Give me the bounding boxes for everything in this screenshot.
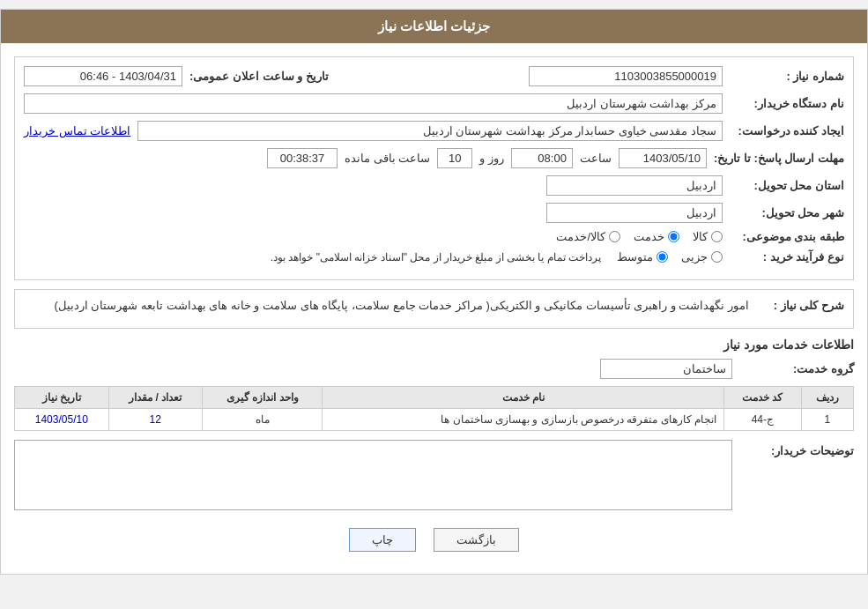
buyer-org-row: نام دستگاه خریدار: مرکز بهداشت شهرستان ا… xyxy=(24,93,844,114)
back-button[interactable]: بازگشت xyxy=(434,528,519,552)
group-label: گروه خدمت: xyxy=(739,362,854,375)
td-quantity: 12 xyxy=(108,409,202,431)
category-label-kala: کالا xyxy=(693,230,708,243)
deadline-time: 08:00 xyxy=(511,148,573,168)
th-row: ردیف xyxy=(801,387,853,409)
deadline-date: 1403/05/10 xyxy=(619,148,707,168)
category-radio-kala-khedmat[interactable] xyxy=(609,231,620,242)
print-button[interactable]: چاپ xyxy=(349,528,416,552)
description-title: شرح کلی نیاز : xyxy=(756,299,844,312)
table-header-row: ردیف کد خدمت نام خدمت واحد اندازه گیری ت… xyxy=(15,387,854,409)
process-label: نوع فرآیند خرید : xyxy=(730,250,844,264)
process-radio-motavasset[interactable] xyxy=(657,251,668,263)
group-row: گروه خدمت: ساختمان xyxy=(14,359,854,379)
buyer-desc-textarea[interactable] xyxy=(14,440,732,510)
deadline-row: مهلت ارسال پاسخ: تا تاریخ: 1403/05/10 سا… xyxy=(24,148,844,168)
city-row: شهر محل تحویل: اردبیل xyxy=(24,203,844,223)
page-title: جزئیات اطلاعات نیاز xyxy=(378,19,490,33)
page-header: جزئیات اطلاعات نیاز xyxy=(1,10,867,43)
category-radio-kala[interactable] xyxy=(711,231,723,242)
announce-value: 1403/04/31 - 06:46 xyxy=(24,66,182,86)
deadline-remaining: 00:38:37 xyxy=(267,148,338,168)
process-label-jozi: جزیی xyxy=(681,250,708,264)
contact-link[interactable]: اطلاعات تماس خریدار xyxy=(24,124,130,137)
category-option-khedmat: خدمت xyxy=(634,230,679,243)
buyer-desc-row: توضیحات خریدار: xyxy=(14,440,854,510)
category-radio-group: کالا خدمت کالا/خدمت xyxy=(556,230,723,243)
th-code: کد خدمت xyxy=(724,387,802,409)
deadline-day-label: روز و xyxy=(479,152,504,165)
th-unit: واحد اندازه گیری xyxy=(203,387,323,409)
announce-label: تاریخ و ساعت اعلان عمومی: xyxy=(189,70,329,83)
province-row: استان محل تحویل: اردبیل xyxy=(24,175,844,196)
deadline-label: مهلت ارسال پاسخ: تا تاریخ: xyxy=(714,152,844,165)
need-number-row: شماره نیاز : 1103003855000019 تاریخ و سا… xyxy=(24,66,844,86)
category-option-kala-khedmat: کالا/خدمت xyxy=(556,230,620,243)
city-value: اردبیل xyxy=(546,203,723,223)
info-section: شماره نیاز : 1103003855000019 تاریخ و سا… xyxy=(14,56,854,280)
city-label: شهر محل تحویل: xyxy=(730,206,844,219)
services-table: ردیف کد خدمت نام خدمت واحد اندازه گیری ت… xyxy=(14,386,854,431)
th-date: تاریخ نیاز xyxy=(15,387,109,409)
buyer-desc-section: توضیحات خریدار: xyxy=(14,440,854,510)
process-option-motavasset: متوسط xyxy=(617,250,668,264)
td-unit: ماه xyxy=(203,409,323,431)
category-label: طبقه بندی موضوعی: xyxy=(730,230,844,243)
creator-label: ایجاد کننده درخواست: xyxy=(730,124,844,137)
description-row: شرح کلی نیاز : امور نگهداشت و راهبری تأس… xyxy=(24,299,844,312)
need-number-label: شماره نیاز : xyxy=(730,70,844,83)
td-date: 1403/05/10 xyxy=(15,409,109,431)
category-row: طبقه بندی موضوعی: کالا خدمت کالا/خدمت xyxy=(24,230,844,243)
process-row: نوع فرآیند خرید : جزیی متوسط پرداخت تمام… xyxy=(24,250,844,264)
category-option-kala: کالا xyxy=(693,230,723,243)
buyer-org-label: نام دستگاه خریدار: xyxy=(730,97,844,110)
table-row: 1 ج-44 انجام کارهای متفرقه درخصوص بازساز… xyxy=(15,409,854,431)
td-code: ج-44 xyxy=(724,409,802,431)
description-value: امور نگهداشت و راهبری تأسیسات مکانیکی و … xyxy=(24,299,749,312)
button-row: بازگشت چاپ xyxy=(14,519,854,561)
process-label-motavasset: متوسط xyxy=(617,250,653,264)
province-label: استان محل تحویل: xyxy=(730,179,844,192)
td-name: انجام کارهای متفرقه درخصوص بازسازی و بهس… xyxy=(323,409,724,431)
services-title: اطلاعات خدمات مورد نیاز xyxy=(14,338,854,352)
buyer-desc-label: توضیحات خریدار: xyxy=(739,440,854,457)
process-radio-jozi[interactable] xyxy=(711,251,723,263)
th-quantity: تعداد / مقدار xyxy=(108,387,202,409)
services-section: اطلاعات خدمات مورد نیاز گروه خدمت: ساختم… xyxy=(14,338,854,431)
group-value: ساختمان xyxy=(600,359,732,379)
process-radio-group: جزیی متوسط xyxy=(617,250,723,264)
deadline-days: 10 xyxy=(437,148,472,168)
buyer-org-value: مرکز بهداشت شهرستان اردبیل xyxy=(24,93,723,114)
th-name: نام خدمت xyxy=(323,387,724,409)
description-section: شرح کلی نیاز : امور نگهداشت و راهبری تأس… xyxy=(14,289,854,329)
process-option-jozi: جزیی xyxy=(681,250,723,264)
td-row: 1 xyxy=(801,409,853,431)
creator-value: سجاد مقدسی خیاوی حسابدار مرکز بهداشت شهر… xyxy=(137,121,723,141)
category-label-kala-khedmat: کالا/خدمت xyxy=(556,230,605,243)
deadline-time-label: ساعت xyxy=(580,152,612,165)
need-number-value: 1103003855000019 xyxy=(529,66,723,86)
province-value: اردبیل xyxy=(546,175,723,196)
category-radio-khedmat[interactable] xyxy=(668,231,679,242)
deadline-remaining-label: ساعت باقی مانده xyxy=(345,152,430,165)
creator-row: ایجاد کننده درخواست: سجاد مقدسی خیاوی حس… xyxy=(24,121,844,141)
process-note: پرداخت تمام یا بخشی از مبلغ خریدار از مح… xyxy=(271,251,601,264)
category-label-khedmat: خدمت xyxy=(634,230,664,243)
